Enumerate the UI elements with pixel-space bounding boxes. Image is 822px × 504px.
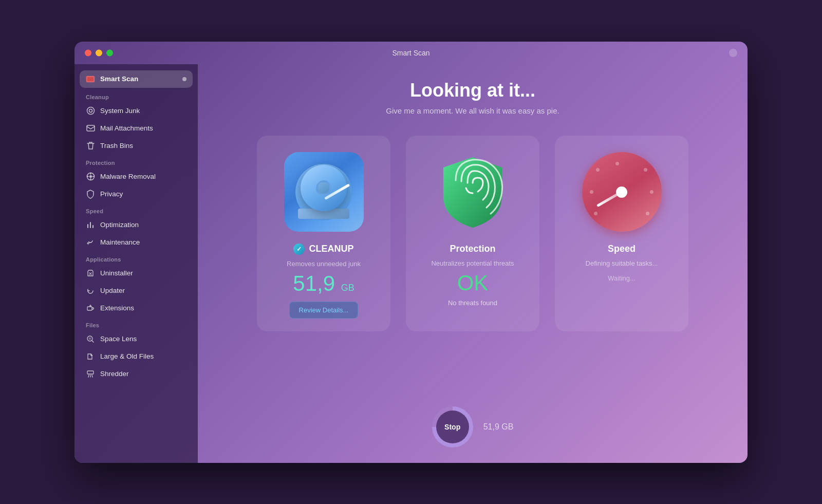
- speed-dot: [646, 212, 649, 215]
- disk-center: [316, 180, 331, 196]
- minimize-button[interactable]: [96, 49, 102, 56]
- cleanup-card-title: ✓ CLEANUP: [293, 244, 353, 255]
- sidebar-label-privacy: Privacy: [100, 190, 123, 198]
- svg-point-3: [89, 109, 92, 113]
- window-action-button[interactable]: [729, 49, 737, 57]
- svg-rect-4: [87, 125, 95, 131]
- card-cleanup: ✓ CLEANUP Removes unneeded junk 51,9 GB …: [257, 136, 390, 331]
- cleanup-title-text: CLEANUP: [309, 244, 353, 254]
- main-content: Smart Scan Cleanup System Junk: [74, 64, 748, 463]
- sidebar-item-uninstaller[interactable]: Uninstaller: [80, 265, 193, 282]
- sidebar-item-smart-scan[interactable]: Smart Scan: [80, 70, 193, 88]
- svg-point-6: [89, 175, 92, 178]
- uninstaller-icon: [86, 269, 95, 278]
- system-junk-icon: [86, 106, 95, 116]
- speed-dot: [644, 168, 647, 172]
- sidebar-section-speed: Speed: [74, 203, 198, 216]
- svg-rect-14: [87, 371, 94, 374]
- sidebar-label-uninstaller: Uninstaller: [100, 269, 133, 277]
- protection-icon-wrap: [432, 151, 514, 233]
- mail-icon: [86, 124, 95, 133]
- smart-scan-icon: [86, 74, 95, 84]
- cleanup-icon-wrap: [283, 151, 365, 233]
- svg-rect-1: [87, 77, 94, 81]
- review-details-button[interactable]: Review Details...: [289, 302, 359, 319]
- maintenance-icon: [86, 238, 95, 247]
- sidebar-item-system-junk[interactable]: System Junk: [80, 103, 193, 119]
- speed-waiting: Waiting...: [608, 274, 636, 282]
- cards-row: ✓ CLEANUP Removes unneeded junk 51,9 GB …: [218, 136, 727, 331]
- card-protection: Protection Neutralizes potential threats…: [406, 136, 539, 331]
- stop-ring: Stop: [432, 406, 473, 447]
- protection-status: No threats found: [448, 299, 497, 307]
- close-button[interactable]: [85, 49, 91, 56]
- svg-line-17: [92, 375, 92, 377]
- sidebar-item-updater[interactable]: Updater: [80, 283, 193, 299]
- cleanup-check-icon: ✓: [293, 244, 305, 255]
- protection-title-text: Protection: [450, 244, 495, 254]
- sidebar-item-malware-removal[interactable]: Malware Removal: [80, 169, 193, 185]
- bottom-area: Stop 51,9 GB: [432, 406, 514, 453]
- shredder-icon: [86, 369, 95, 379]
- disk-inner: [298, 165, 349, 219]
- trash-icon: [86, 141, 95, 151]
- sidebar-label-maintenance: Maintenance: [100, 238, 140, 246]
- optimization-icon: [86, 220, 95, 230]
- sidebar-item-large-old-files[interactable]: Large & Old Files: [80, 348, 193, 365]
- sidebar-label-shredder: Shredder: [100, 370, 129, 378]
- speed-icon-wrap: [581, 151, 663, 233]
- privacy-icon: [86, 190, 95, 199]
- sidebar-label-updater: Updater: [100, 287, 125, 294]
- speed-dot: [615, 162, 619, 165]
- sidebar-item-extensions[interactable]: Extensions: [80, 300, 193, 316]
- malware-icon: [86, 172, 95, 181]
- sidebar-item-space-lens[interactable]: Space Lens: [80, 331, 193, 347]
- sidebar-label-optimization: Optimization: [100, 221, 139, 229]
- active-indicator: [182, 77, 186, 81]
- protection-value: OK: [457, 272, 489, 294]
- speed-dot: [596, 168, 600, 172]
- sidebar-item-shredder[interactable]: Shredder: [80, 366, 193, 382]
- svg-point-2: [87, 107, 94, 115]
- shield-svg-icon: [439, 155, 506, 229]
- sidebar-label-malware-removal: Malware Removal: [100, 173, 156, 180]
- main-heading: Looking at it...: [410, 80, 535, 101]
- sidebar-label-system-junk: System Junk: [100, 107, 140, 115]
- sidebar-item-maintenance[interactable]: Maintenance: [80, 234, 193, 251]
- svg-point-13: [89, 337, 91, 340]
- speed-gauge-icon: [582, 152, 662, 232]
- cleanup-value: 51,9 GB: [293, 273, 354, 294]
- svg-rect-10: [87, 307, 92, 310]
- speed-card-title: Speed: [608, 244, 636, 254]
- sidebar-label-space-lens: Space Lens: [100, 335, 137, 343]
- cleanup-disk-icon: [284, 152, 364, 232]
- protection-subtitle: Neutralizes potential threats: [431, 259, 514, 267]
- svg-line-15: [88, 375, 89, 377]
- protection-card-title: Protection: [450, 244, 495, 254]
- speed-center: [616, 186, 627, 198]
- speed-dot: [650, 190, 653, 194]
- sidebar-item-mail-attachments[interactable]: Mail Attachments: [80, 120, 193, 137]
- sidebar-item-privacy[interactable]: Privacy: [80, 186, 193, 202]
- stop-button[interactable]: Stop: [444, 423, 460, 431]
- sidebar-item-optimization[interactable]: Optimization: [80, 217, 193, 233]
- maximize-button[interactable]: [106, 49, 113, 56]
- bottom-gb-label: 51,9 GB: [483, 422, 514, 432]
- sidebar-section-cleanup: Cleanup: [74, 89, 198, 102]
- cleanup-subtitle: Removes unneeded junk: [287, 260, 361, 268]
- updater-icon: [86, 286, 95, 295]
- sidebar-item-trash-bins[interactable]: Trash Bins: [80, 138, 193, 154]
- traffic-lights: [85, 49, 113, 56]
- title-bar: Smart Scan: [74, 42, 748, 64]
- main-subheading: Give me a moment. We all wish it was eas…: [386, 106, 559, 115]
- space-lens-icon: [86, 334, 95, 344]
- sidebar-section-applications: Applications: [74, 251, 198, 265]
- sidebar-label-extensions: Extensions: [100, 304, 134, 312]
- sidebar-label-mail-attachments: Mail Attachments: [100, 124, 153, 132]
- large-files-icon: [86, 352, 95, 361]
- speed-subtitle: Defining suitable tasks...: [586, 259, 658, 267]
- main-panel: Looking at it... Give me a moment. We al…: [198, 64, 748, 463]
- card-speed: Speed Defining suitable tasks... Waiting…: [555, 136, 688, 331]
- window-title: Smart Scan: [392, 49, 429, 57]
- sidebar-label-smart-scan: Smart Scan: [100, 75, 138, 83]
